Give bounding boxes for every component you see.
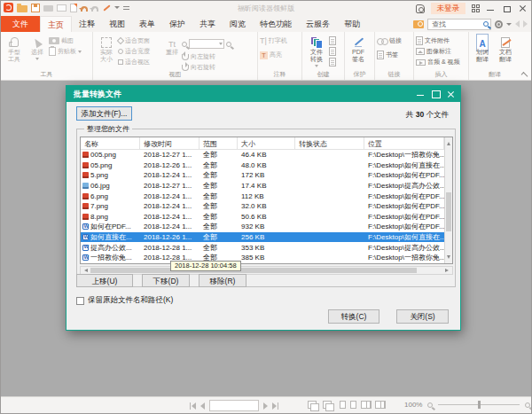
pdf-sign-button[interactable]: PDF 签名 [347,34,370,63]
gear-icon[interactable] [495,20,503,28]
vertical-scrollbar[interactable] [444,137,452,263]
zoom-out-icon[interactable] [427,402,433,408]
dialog-maximize-button[interactable] [428,86,443,102]
customize-toolbar-icon[interactable] [123,6,129,10]
clipboard-button[interactable]: 剪贴板 [49,47,82,56]
table-row[interactable]: 6.png2018-12-24 1...全部112 KBF:\Desktop\如… [81,191,444,201]
vertical-scrollbar-thumb[interactable] [446,192,451,231]
keep-original-checkbox[interactable] [76,297,84,305]
redo-icon[interactable] [91,6,98,12]
table-row[interactable]: 如何在PDF...2018-12-24 1...全部932 KBF:\Deskt… [81,222,444,232]
foxit-logo-icon[interactable] [4,3,13,12]
column-header-status[interactable]: 转换状态 [295,137,364,149]
column-header-modified[interactable]: 修改时间 [140,137,200,149]
last-page-icon[interactable] [272,402,278,410]
audio-video-button[interactable]: 音频 & 视频 [416,58,460,66]
actual-size-button[interactable]: 实际大小 [95,34,118,63]
create-blank-icon[interactable] [329,47,336,56]
scroll-down-icon[interactable] [447,255,450,261]
image-annotation-button[interactable]: 图像标注 [416,47,460,56]
close-button[interactable] [518,4,528,13]
save-icon[interactable] [31,4,40,12]
next-page-icon[interactable] [263,402,268,410]
tab-featured[interactable]: 特色功能 [253,16,299,32]
zoom-in-icon[interactable] [525,402,530,408]
tab-comment[interactable]: 注释 [72,16,102,32]
create-from-printer-icon[interactable] [329,36,336,45]
column-header-size[interactable]: 大小 [238,137,295,149]
table-row[interactable]: 如何直接在...2018-12-26 1...全部256 KBF:\Deskto… [81,232,444,243]
move-up-button[interactable]: 上移(U) [76,274,133,287]
first-page-icon[interactable] [190,402,196,410]
hand-tool-button[interactable]: 手型工具 [3,34,26,63]
previous-page-icon[interactable] [200,402,205,410]
scroll-right-icon[interactable] [445,269,450,272]
file-convert-button[interactable]: 文件转换 [304,34,329,69]
tab-form[interactable]: 表单 [132,16,162,32]
zoom-out-icon[interactable] [182,42,187,47]
reflow-button[interactable]: 重排 [162,34,182,56]
table-row[interactable]: 7.png2018-12-24 1...全部32.0 KBF:\Desktop\… [81,201,444,212]
dialog-close-button[interactable] [443,86,458,102]
column-header-name[interactable]: 名称 [81,137,140,149]
apps-grid-icon[interactable] [472,4,480,12]
single-page-view-icon[interactable] [340,401,346,409]
promotion-icon[interactable] [416,4,425,13]
chevron-down-icon[interactable] [114,6,120,12]
fit-window-icon[interactable] [308,401,317,409]
rotate-left-button[interactable]: 向左旋转 [182,52,254,61]
table-row[interactable]: 06.jpg2018-12-27 1...全部17.4 KBF:\Desktop… [81,181,444,191]
zoom-slider-thumb[interactable] [478,401,481,409]
document-translate-button[interactable]: 文档翻译 [494,34,517,63]
highlight-button[interactable]: 高亮 [260,51,287,59]
move-down-button[interactable]: 下移(D) [142,274,190,287]
fit-visible-button[interactable]: 适合视区 [118,58,162,66]
tab-file[interactable]: 文件 [1,16,40,32]
email-icon[interactable] [57,4,66,12]
ink-sign-icon[interactable] [102,4,111,12]
horizontal-scrollbar-thumb[interactable] [90,268,417,273]
zoom-in-icon[interactable] [226,42,231,47]
search-in-files-icon[interactable] [413,20,424,28]
scroll-left-icon[interactable] [82,269,88,272]
table-row[interactable]: 一招教你免...2018-12-28 1...全部385 KBF:\Deskto… [81,253,444,263]
search-input[interactable] [430,20,483,29]
horizontal-scrollbar[interactable] [80,266,453,275]
fit-width-button[interactable]: 适合宽度 [118,47,162,56]
table-row[interactable]: 05.png2018-12-26 1...全部48.0 KBF:\Desktop… [81,160,444,171]
tab-home[interactable]: 主页 [40,16,72,32]
print-icon[interactable] [43,5,53,12]
remove-button[interactable]: 移除(R) [199,274,246,287]
restore-button[interactable] [502,4,512,13]
bookmark-button[interactable]: 书签 [377,51,402,59]
collapse-ribbon-icon[interactable] [521,72,528,79]
new-document-icon[interactable] [70,4,77,12]
minimize-button[interactable] [486,4,496,13]
convert-button[interactable]: 转换(C) [328,309,379,324]
open-folder-icon[interactable] [17,5,27,12]
fit-width-view-icon[interactable] [323,401,332,409]
table-row[interactable]: 5.png2018-12-24 1...全部172 KBF:\Desktop\如… [81,170,444,181]
column-header-location[interactable]: 位置 [364,137,444,149]
chevron-down-icon[interactable] [506,23,512,28]
tab-protect[interactable]: 保护 [162,16,192,32]
select-tool-button[interactable]: 选择 [26,34,49,62]
login-status[interactable]: 未登录 [431,3,466,14]
scroll-up-icon[interactable] [447,140,450,145]
tab-share[interactable]: 共享 [192,16,223,32]
tab-help[interactable]: 帮助 [337,16,367,32]
file-attachment-button[interactable]: 文件附件 [416,36,460,45]
word-translate-button[interactable]: 划词翻译 [471,34,494,63]
fit-page-button[interactable]: 适合页面 [118,36,162,45]
search-icon[interactable] [483,21,489,27]
tab-view[interactable]: 视图 [102,16,132,32]
forward-icon[interactable] [523,20,528,27]
tab-read[interactable]: 阅览 [223,16,253,32]
snapshot-button[interactable]: 截图 [49,36,82,45]
undo-icon[interactable] [81,6,88,12]
page-number-input[interactable] [210,401,258,410]
column-header-range[interactable]: 范围 [200,137,238,149]
table-row[interactable]: 005.png2018-12-27 1...全部46.4 KBF:\Deskto… [81,150,444,160]
back-icon[interactable] [515,20,520,27]
table-row[interactable]: 8.png2018-12-24 1...全部50.6 KBF:\Desktop\… [81,212,444,223]
